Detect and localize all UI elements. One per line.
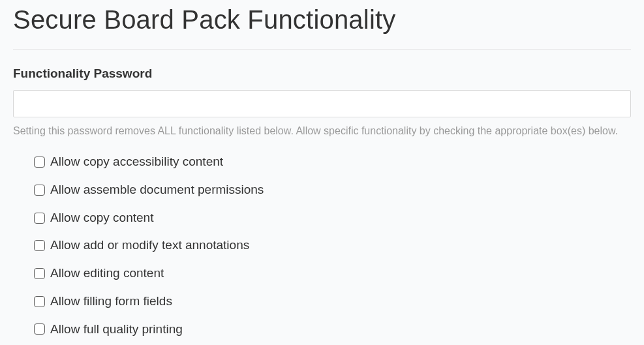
- checkbox-row-allow-filling-form-fields: Allow filling form fields: [34, 293, 631, 310]
- checkbox-label[interactable]: Allow filling form fields: [50, 293, 172, 310]
- checkbox-allow-copy-content[interactable]: [34, 213, 45, 224]
- checkbox-label[interactable]: Allow add or modify text annotations: [50, 237, 249, 254]
- checkbox-allow-assemble-document[interactable]: [34, 185, 45, 196]
- checkbox-label[interactable]: Allow copy content: [50, 210, 153, 226]
- divider: [13, 49, 631, 50]
- checkbox-row-allow-copy-content: Allow copy content: [34, 210, 631, 226]
- checkbox-label[interactable]: Allow editing content: [50, 265, 164, 282]
- checkbox-row-allow-copy-accessibility: Allow copy accessibility content: [34, 154, 631, 170]
- checkbox-allow-modify-annotations[interactable]: [34, 240, 45, 251]
- checkbox-label[interactable]: Allow assemble document permissions: [50, 182, 264, 198]
- checkbox-allow-filling-form-fields[interactable]: [34, 296, 45, 307]
- page-title: Secure Board Pack Functionality: [13, 5, 631, 35]
- checkbox-row-allow-editing-content: Allow editing content: [34, 265, 631, 282]
- password-label: Functionality Password: [13, 67, 631, 81]
- password-help-text: Setting this password removes ALL functi…: [13, 124, 631, 138]
- checkbox-allow-editing-content[interactable]: [34, 268, 45, 279]
- functionality-password-input[interactable]: [13, 90, 631, 117]
- checkbox-allow-copy-accessibility[interactable]: [34, 157, 45, 168]
- checkbox-row-allow-assemble-document: Allow assemble document permissions: [34, 182, 631, 198]
- checkbox-row-allow-modify-annotations: Allow add or modify text annotations: [34, 237, 631, 254]
- settings-panel: Secure Board Pack Functionality Function…: [0, 5, 644, 337]
- checkbox-label[interactable]: Allow full quality printing: [50, 322, 183, 338]
- checkbox-label[interactable]: Allow copy accessibility content: [50, 154, 223, 170]
- checkbox-row-allow-full-quality-printing: Allow full quality printing: [34, 322, 631, 338]
- functionality-checkbox-list: Allow copy accessibility content Allow a…: [13, 154, 631, 337]
- checkbox-allow-full-quality-printing[interactable]: [34, 323, 45, 335]
